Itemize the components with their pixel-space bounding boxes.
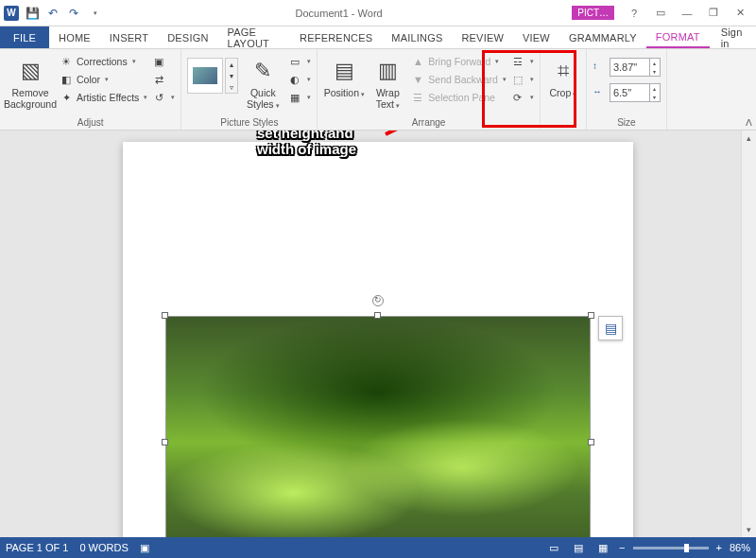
group-size: ↕ 3.87" ▴▾ ↔ 6.5" ▴▾ Size (587, 49, 667, 130)
rotate-button[interactable]: ⟳ (510, 90, 534, 105)
selection-pane-button[interactable]: ☰Selection Pane (410, 90, 507, 105)
group-objects-button[interactable]: ⬚ (510, 72, 534, 87)
zoom-in-button[interactable]: + (716, 542, 722, 553)
word-count[interactable]: 0 WORDS (79, 542, 128, 553)
tab-insert[interactable]: INSERT (100, 26, 158, 48)
compress-icon: ▣ (151, 54, 166, 69)
resize-handle[interactable] (162, 439, 168, 445)
change-picture-button[interactable]: ⇄ (151, 72, 175, 87)
width-input[interactable]: 6.5" ▴▾ (610, 83, 661, 102)
position-icon: ▤ (329, 56, 359, 86)
reset-picture-button[interactable]: ↺ (151, 90, 175, 105)
tab-review[interactable]: REVIEW (452, 26, 513, 48)
compress-pictures-button[interactable]: ▣ (151, 54, 175, 69)
corrections-icon: ☀ (59, 54, 74, 69)
print-layout-button[interactable]: ▤ (570, 541, 587, 554)
tab-view[interactable]: VIEW (513, 26, 559, 48)
quick-styles-button[interactable]: ✎ Quick Styles (242, 52, 284, 110)
zoom-slider[interactable] (633, 547, 709, 549)
word-logo-icon: W (4, 6, 19, 21)
qat-customize-icon[interactable] (87, 6, 102, 21)
height-icon: ↕ (593, 61, 606, 74)
tab-mailings[interactable]: MAILINGS (382, 26, 452, 48)
remove-background-button[interactable]: ▧ Remove Background (6, 52, 55, 110)
layout-options-button[interactable]: ▤ (598, 316, 623, 340)
read-mode-button[interactable]: ▭ (545, 541, 562, 554)
wrap-text-label: Wrap Text (369, 88, 406, 110)
tab-references[interactable]: REFERENCES (290, 26, 382, 48)
help-button[interactable]: ? (622, 4, 646, 23)
save-icon[interactable]: 💾 (25, 6, 40, 21)
ribbon-display-options-button[interactable]: ▭ (648, 4, 673, 23)
width-value[interactable]: 6.5" (610, 87, 649, 98)
style-thumb[interactable] (187, 58, 223, 94)
wrap-text-button[interactable]: ▥ Wrap Text (369, 52, 406, 110)
contextual-tab-label: PICT… (572, 6, 614, 20)
picture-border-button[interactable]: ▭ (287, 54, 311, 69)
zoom-out-button[interactable]: − (619, 542, 625, 553)
picture-styles-gallery[interactable]: ▴▾▿ (187, 52, 238, 94)
width-row: ↔ 6.5" ▴▾ (593, 83, 661, 102)
document-area: ▤ set height and width of image ▴ ▾ (0, 131, 756, 537)
crop-button[interactable]: ⌗ Crop (546, 52, 580, 99)
width-down-icon[interactable]: ▾ (650, 93, 660, 101)
selected-picture[interactable]: ▤ (165, 316, 591, 537)
zoom-level[interactable]: 86% (730, 542, 750, 553)
color-button[interactable]: ◧Color (59, 72, 147, 87)
width-up-icon[interactable]: ▴ (650, 84, 660, 93)
picture-border-icon: ▭ (287, 54, 302, 69)
crop-icon: ⌗ (548, 56, 578, 86)
position-label: Position (324, 88, 365, 99)
minimize-button[interactable]: — (675, 4, 699, 23)
tab-grammarly[interactable]: GRAMMARLY (559, 26, 646, 48)
svg-line-0 (386, 131, 487, 134)
restore-button[interactable]: ❐ (701, 4, 726, 23)
undo-icon[interactable]: ↶ (45, 6, 60, 21)
annotation-arrow-icon (378, 131, 501, 142)
group-label-arrange: Arrange (323, 115, 534, 128)
sign-in-link[interactable]: Sign in (710, 26, 756, 48)
height-input[interactable]: 3.87" ▴▾ (610, 58, 661, 77)
group-label-size: Size (593, 115, 661, 128)
corrections-button[interactable]: ☀Corrections (59, 54, 147, 69)
artistic-effects-button[interactable]: ✦Artistic Effects (59, 90, 147, 105)
height-value[interactable]: 3.87" (610, 61, 649, 73)
picture-layout-icon: ▦ (287, 90, 302, 105)
spellcheck-icon[interactable]: ▣ (140, 542, 149, 554)
group-label-adjust: Adjust (6, 115, 175, 128)
tab-file[interactable]: FILE (0, 26, 49, 48)
height-row: ↕ 3.87" ▴▾ (593, 58, 661, 77)
page-indicator[interactable]: PAGE 1 OF 1 (6, 542, 68, 553)
resize-handle[interactable] (588, 439, 594, 445)
close-button[interactable]: ✕ (728, 4, 752, 23)
ribbon: ▧ Remove Background ☀Corrections ◧Color … (0, 49, 756, 131)
gallery-scroll[interactable]: ▴▾▿ (225, 58, 238, 94)
collapse-ribbon-icon[interactable]: ᐱ (746, 117, 752, 128)
send-backward-button[interactable]: ▼Send Backward (410, 72, 507, 87)
scroll-up-icon[interactable]: ▴ (742, 131, 756, 146)
group-picture-styles: ▴▾▿ ✎ Quick Styles ▭ ◐ ▦ Picture Styles (181, 49, 318, 130)
rotation-handle[interactable] (372, 295, 384, 306)
group-label-picture-styles: Picture Styles (187, 115, 311, 128)
quick-access-toolbar: W 💾 ↶ ↷ (0, 6, 106, 21)
position-button[interactable]: ▤ Position (323, 52, 365, 99)
tab-page-layout[interactable]: PAGE LAYOUT (218, 26, 291, 48)
resize-handle[interactable] (374, 312, 381, 319)
height-down-icon[interactable]: ▾ (650, 67, 660, 76)
color-icon: ◧ (59, 72, 74, 87)
redo-icon[interactable]: ↷ (66, 6, 81, 21)
group-arrange: ▤ Position ▥ Wrap Text ▲Bring Forward ▼S… (318, 49, 541, 130)
resize-handle[interactable] (588, 312, 594, 319)
web-layout-button[interactable]: ▦ (594, 541, 611, 554)
vertical-scrollbar[interactable]: ▴ ▾ (741, 131, 756, 537)
scroll-down-icon[interactable]: ▾ (742, 522, 756, 537)
height-up-icon[interactable]: ▴ (650, 59, 660, 67)
picture-effects-button[interactable]: ◐ (287, 72, 311, 87)
bring-forward-button[interactable]: ▲Bring Forward (410, 54, 507, 69)
tab-design[interactable]: DESIGN (158, 26, 217, 48)
tab-format[interactable]: FORMAT (646, 26, 710, 48)
align-button[interactable]: ☲ (510, 54, 534, 69)
tab-home[interactable]: HOME (49, 26, 100, 48)
resize-handle[interactable] (162, 312, 168, 319)
picture-layout-button[interactable]: ▦ (287, 90, 311, 105)
